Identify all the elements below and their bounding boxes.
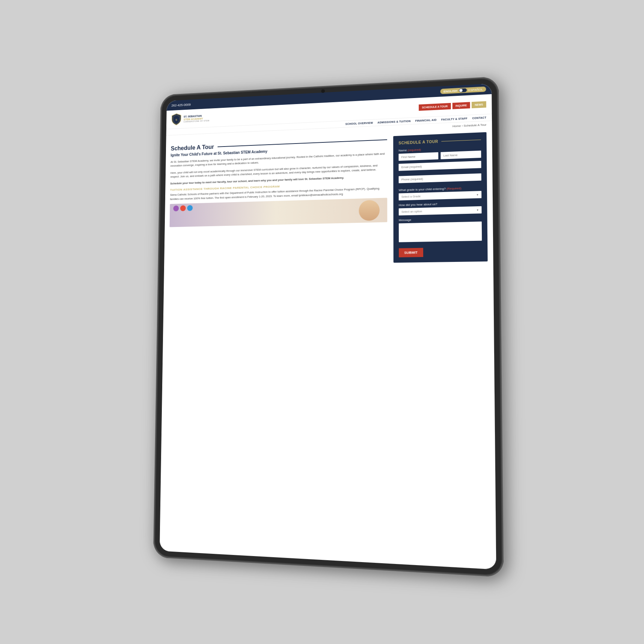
person-silhouette xyxy=(359,200,379,221)
tablet-frame: 262-425-0009 ENGLISH ESPAÑOL S xyxy=(153,76,504,577)
language-toggle[interactable]: ENGLISH ESPAÑOL xyxy=(440,86,486,94)
breadcrumb-current: Schedule A Tour xyxy=(463,123,486,128)
email-group xyxy=(398,161,481,173)
lang-switch[interactable] xyxy=(458,88,466,92)
tablet-screen: 262-425-0009 ENGLISH ESPAÑOL S xyxy=(160,83,496,569)
grade-select-wrapper: Select a Grade Kindergarten 1st Grade 2n… xyxy=(398,191,481,200)
right-column: SCHEDULE A TOUR Name (required) xyxy=(393,132,490,556)
logo-text: ST. SEBASTIAN STEM ACADEMY CORNERSTONE O… xyxy=(183,114,209,123)
nav-school-overview[interactable]: SCHOOL OVERVIEW xyxy=(345,121,373,125)
bottom-image xyxy=(169,198,387,227)
news-button[interactable]: NEWS xyxy=(471,101,486,108)
nav-buttons: SCHEDULE A TOUR INQUIRE NEWS xyxy=(419,101,486,111)
name-group: Name (required) xyxy=(398,146,481,161)
lang-espanol[interactable]: ESPAÑOL xyxy=(468,88,483,92)
grade-select[interactable]: Select a Grade Kindergarten 1st Grade 2n… xyxy=(398,191,481,200)
nav-contact[interactable]: CONTACT xyxy=(472,116,486,119)
camera-icon xyxy=(321,89,325,93)
svg-text:S: S xyxy=(175,118,177,121)
first-name-input[interactable] xyxy=(398,152,438,161)
breadcrumb-home[interactable]: Home xyxy=(452,124,460,128)
grade-group: What grade is your child entering? (Requ… xyxy=(398,186,481,201)
hear-label: How did you hear about us? xyxy=(398,201,481,207)
nav-admissions[interactable]: ADMISSIONS & TUITION xyxy=(377,120,410,124)
hear-group: How did you hear about us? Select an opt… xyxy=(398,201,481,216)
logo-area: S ST. SEBASTIAN STEM ACADEMY CORNERSTONE… xyxy=(171,111,209,126)
circle-red xyxy=(180,205,186,211)
main-content: Schedule A Tour Ignite Your Child's Futu… xyxy=(160,128,496,561)
circle-blue xyxy=(187,205,193,211)
circle-purple xyxy=(173,206,179,212)
message-textarea[interactable] xyxy=(398,222,481,242)
hear-select[interactable]: Select an option Google Facebook Friend/… xyxy=(398,206,481,216)
nav-financial-aid[interactable]: FINANCIAL AID xyxy=(415,119,436,122)
last-name-input[interactable] xyxy=(440,151,481,159)
submit-button[interactable]: SUBMIT xyxy=(399,248,423,257)
schedule-form-card: SCHEDULE A TOUR Name (required) xyxy=(393,132,487,263)
schedule-tour-button[interactable]: SCHEDULE A TOUR xyxy=(419,103,451,110)
form-title: SCHEDULE A TOUR xyxy=(398,138,481,145)
person-image xyxy=(359,200,379,221)
hear-select-wrapper: Select an option Google Facebook Friend/… xyxy=(398,206,481,216)
email-input[interactable] xyxy=(398,161,481,171)
name-row xyxy=(398,151,481,161)
nav-faculty[interactable]: FACULTY & STAFF xyxy=(441,117,468,121)
left-column: Schedule A Tour Ignite Your Child's Futu… xyxy=(164,136,388,551)
logo-shield-icon: S xyxy=(171,113,181,126)
lang-english[interactable]: ENGLISH xyxy=(443,89,457,93)
image-circles xyxy=(173,205,193,212)
phone-number: 262-425-0009 xyxy=(171,103,190,107)
inquire-button[interactable]: INQUIRE xyxy=(452,102,470,109)
website-content: 262-425-0009 ENGLISH ESPAÑOL S xyxy=(160,83,496,569)
phone-input[interactable] xyxy=(398,173,481,183)
form-title-line xyxy=(441,139,481,141)
message-group: Message xyxy=(398,216,481,243)
breadcrumb-separator: › xyxy=(462,124,463,127)
phone-group xyxy=(398,173,481,185)
message-label: Message xyxy=(398,216,481,222)
